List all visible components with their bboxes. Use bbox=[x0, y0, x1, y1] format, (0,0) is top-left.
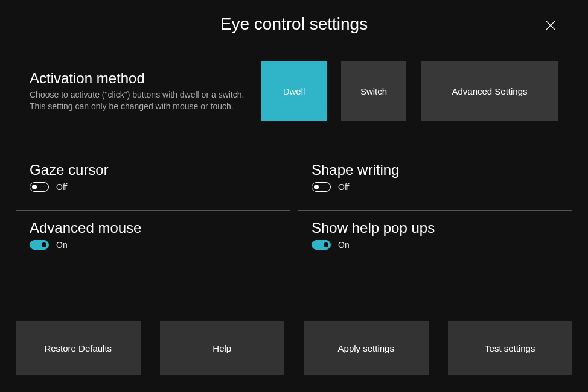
shape-writing-state: Off bbox=[338, 182, 349, 192]
gaze-cursor-title: Gaze cursor bbox=[30, 162, 276, 179]
restore-defaults-button[interactable]: Restore Defaults bbox=[16, 321, 141, 375]
activation-method-description: Choose to activate ("click") buttons wit… bbox=[30, 89, 253, 112]
toggle-knob-icon bbox=[32, 185, 37, 189]
test-settings-button[interactable]: Test settings bbox=[448, 321, 573, 375]
dwell-button[interactable]: Dwell bbox=[261, 61, 327, 121]
toggle-knob-icon bbox=[324, 242, 328, 247]
shape-writing-toggle[interactable] bbox=[312, 182, 331, 192]
advanced-mouse-card: Advanced mouse On bbox=[16, 210, 290, 261]
show-help-popups-toggle[interactable] bbox=[312, 240, 331, 250]
advanced-mouse-toggle[interactable] bbox=[30, 240, 49, 250]
help-button[interactable]: Help bbox=[160, 321, 285, 375]
advanced-settings-button[interactable]: Advanced Settings bbox=[421, 61, 558, 121]
toggle-row-1: Gaze cursor Off Shape writing Off bbox=[16, 153, 572, 203]
toggle-row-2: Advanced mouse On Show help pop ups On bbox=[16, 210, 572, 261]
activation-method-buttons: Dwell Switch Advanced Settings bbox=[253, 61, 558, 121]
show-help-popups-state: On bbox=[338, 240, 350, 250]
activation-method-text: Activation method Choose to activate ("c… bbox=[30, 70, 253, 112]
gaze-cursor-state: Off bbox=[56, 182, 67, 192]
switch-button[interactable]: Switch bbox=[341, 61, 406, 121]
advanced-mouse-state: On bbox=[56, 240, 68, 250]
activation-method-card: Activation method Choose to activate ("c… bbox=[16, 46, 572, 136]
gaze-cursor-card: Gaze cursor Off bbox=[16, 153, 290, 203]
toggle-knob-icon bbox=[314, 185, 319, 189]
close-icon bbox=[545, 20, 556, 31]
apply-settings-button[interactable]: Apply settings bbox=[304, 321, 429, 375]
activation-method-title: Activation method bbox=[30, 70, 253, 87]
header: Eye control settings bbox=[0, 0, 588, 46]
shape-writing-card: Shape writing Off bbox=[298, 153, 572, 203]
close-button[interactable] bbox=[543, 18, 558, 33]
content: Activation method Choose to activate ("c… bbox=[0, 46, 588, 261]
page-title: Eye control settings bbox=[0, 14, 588, 34]
show-help-popups-title: Show help pop ups bbox=[312, 220, 558, 236]
footer: Restore Defaults Help Apply settings Tes… bbox=[16, 321, 572, 375]
toggle-knob-icon bbox=[42, 242, 46, 247]
advanced-mouse-title: Advanced mouse bbox=[30, 220, 276, 236]
show-help-popups-card: Show help pop ups On bbox=[298, 210, 572, 261]
shape-writing-title: Shape writing bbox=[312, 162, 558, 179]
gaze-cursor-toggle[interactable] bbox=[30, 182, 49, 192]
